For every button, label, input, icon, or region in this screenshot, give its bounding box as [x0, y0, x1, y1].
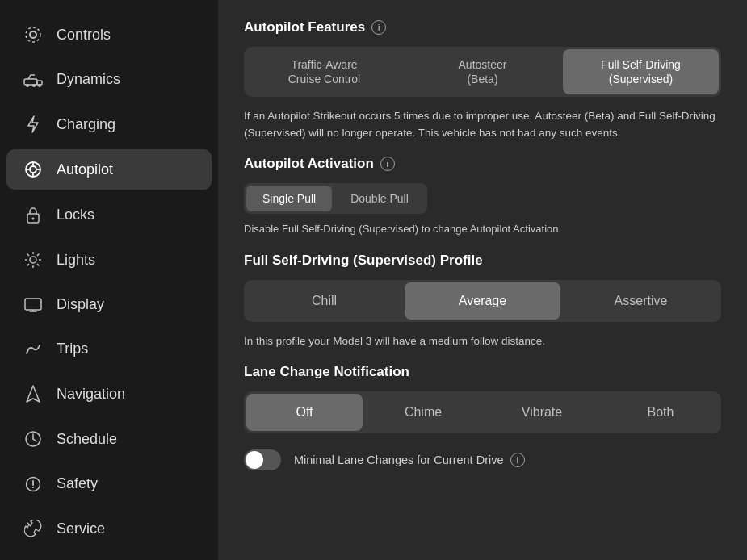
- minimal-lane-label: Minimal Lane Changes for Current Drive i: [294, 453, 525, 467]
- sidebar-item-label: Autopilot: [57, 161, 113, 178]
- sidebar-item-label: Lights: [57, 252, 95, 269]
- sidebar-item-autopilot[interactable]: Autopilot: [6, 149, 212, 190]
- fsd-profile-label: Full Self-Driving (Supervised) Profile: [244, 253, 483, 269]
- minimal-lane-row: Minimal Lane Changes for Current Drive i: [244, 449, 721, 470]
- locks-icon: [23, 206, 44, 224]
- activation-label: Autopilot Activation: [244, 156, 374, 172]
- sidebar-item-label: Navigation: [57, 386, 125, 403]
- sidebar-item-locks[interactable]: Locks: [6, 194, 212, 235]
- lane-tabs: Off Chime Vibrate Both: [244, 391, 721, 433]
- sidebar-item-controls[interactable]: Controls: [6, 15, 212, 55]
- charging-icon: [23, 115, 44, 133]
- dynamics-icon: [23, 73, 44, 87]
- svg-line-22: [37, 254, 39, 256]
- sidebar: Controls Dynamics Charging: [0, 0, 218, 560]
- lights-icon: [23, 251, 44, 269]
- autopilot-features-section: Autopilot Features i: [244, 19, 721, 36]
- feature-tabs: Traffic-AwareCruise Control Autosteer(Be…: [244, 47, 721, 97]
- lane-change-section: Lane Change Notification: [244, 364, 721, 380]
- navigation-icon: [23, 385, 44, 403]
- svg-point-6: [38, 84, 41, 87]
- activation-section: Autopilot Activation i: [244, 156, 721, 172]
- sidebar-item-label: Schedule: [57, 431, 117, 448]
- tab-off[interactable]: Off: [246, 394, 363, 431]
- tab-full-self-driving[interactable]: Full Self-Driving(Supervised): [563, 49, 719, 94]
- sidebar-item-trips[interactable]: Trips: [6, 329, 212, 369]
- sidebar-item-label: Safety: [57, 475, 98, 492]
- svg-point-14: [32, 218, 35, 220]
- svg-line-27: [33, 439, 36, 441]
- autopilot-icon: [23, 161, 44, 178]
- sidebar-item-label: Display: [57, 296, 104, 313]
- sidebar-item-label: Controls: [57, 27, 111, 44]
- tab-both[interactable]: Both: [602, 394, 719, 431]
- sidebar-item-schedule[interactable]: Schedule: [6, 419, 212, 459]
- autopilot-features-info-icon[interactable]: i: [371, 20, 386, 35]
- tab-autosteer[interactable]: Autosteer(Beta): [405, 49, 560, 94]
- profile-tabs: Chill Average Assertive: [244, 280, 721, 322]
- schedule-icon: [23, 430, 44, 448]
- sidebar-item-label: Dynamics: [57, 71, 120, 88]
- sidebar-item-service[interactable]: Service: [6, 508, 212, 549]
- trips-icon: [23, 342, 44, 357]
- tab-chime[interactable]: Chime: [365, 394, 481, 431]
- svg-line-20: [27, 254, 29, 256]
- tab-chill[interactable]: Chill: [246, 282, 402, 320]
- activation-tabs: Single Pull Double Pull: [244, 183, 427, 214]
- profile-desc: In this profile your Model 3 will have a…: [244, 333, 721, 349]
- sidebar-item-charging[interactable]: Charging: [6, 104, 212, 144]
- sidebar-item-label: Locks: [57, 207, 94, 224]
- svg-point-8: [30, 166, 36, 173]
- autopilot-features-label: Autopilot Features: [244, 19, 365, 36]
- tab-double-pull[interactable]: Double Pull: [334, 186, 425, 211]
- svg-point-4: [26, 84, 29, 87]
- tab-vibrate[interactable]: Vibrate: [484, 394, 600, 431]
- svg-point-30: [32, 487, 34, 488]
- disable-note: Disable Full Self-Driving (Supervised) t…: [244, 222, 721, 236]
- sidebar-item-safety[interactable]: Safety: [6, 464, 212, 504]
- sidebar-item-label: Charging: [57, 116, 115, 133]
- sidebar-item-display[interactable]: Display: [6, 285, 212, 324]
- lane-change-label: Lane Change Notification: [244, 364, 409, 380]
- sidebar-item-label: Trips: [57, 341, 88, 357]
- minimal-lane-toggle[interactable]: [244, 449, 281, 470]
- service-icon: [23, 520, 44, 537]
- autopilot-warning-text: If an Autopilot Strikeout occurs 5 times…: [244, 108, 721, 141]
- fsd-profile-section: Full Self-Driving (Supervised) Profile: [244, 253, 721, 269]
- svg-point-0: [30, 31, 36, 38]
- svg-point-15: [30, 257, 36, 263]
- tab-average[interactable]: Average: [405, 282, 560, 320]
- activation-info-icon[interactable]: i: [380, 157, 395, 171]
- main-content: Autopilot Features i Traffic-AwareCruise…: [218, 0, 747, 560]
- svg-point-1: [26, 27, 40, 42]
- svg-point-5: [32, 84, 36, 87]
- controls-icon: [23, 26, 44, 44]
- sidebar-item-navigation[interactable]: Navigation: [6, 374, 212, 414]
- tab-traffic-aware[interactable]: Traffic-AwareCruise Control: [246, 49, 402, 94]
- toggle-knob: [246, 451, 263, 469]
- svg-rect-24: [25, 299, 41, 310]
- tab-assertive[interactable]: Assertive: [563, 282, 719, 320]
- tab-single-pull[interactable]: Single Pull: [246, 186, 332, 211]
- svg-line-23: [27, 264, 29, 265]
- display-icon: [23, 298, 44, 312]
- sidebar-item-dynamics[interactable]: Dynamics: [6, 60, 212, 99]
- minimal-lane-info-icon[interactable]: i: [510, 453, 525, 467]
- safety-icon: [23, 476, 44, 492]
- svg-rect-2: [24, 79, 37, 85]
- sidebar-item-lights[interactable]: Lights: [6, 240, 212, 280]
- svg-line-21: [37, 264, 39, 265]
- sidebar-item-label: Service: [57, 520, 105, 537]
